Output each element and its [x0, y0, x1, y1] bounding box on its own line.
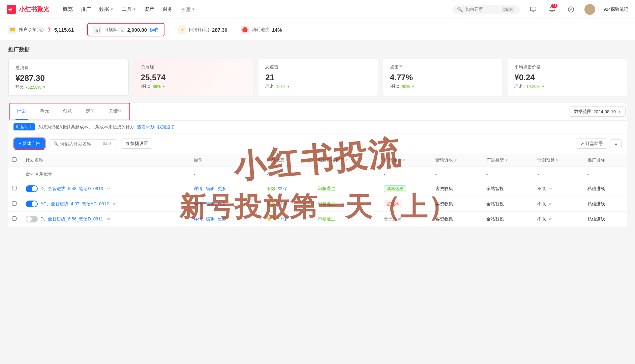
tabs-right-controls: 数据范围 2024-08-19 ▼: [570, 107, 626, 117]
balance-help-icon[interactable]: ❓: [47, 27, 52, 32]
th-budget-label: 计划预算: [537, 157, 555, 163]
quick-settings-btn[interactable]: ⊞ 快捷设置: [121, 139, 152, 149]
audit-filter-icon[interactable]: ▼: [345, 158, 349, 162]
row3-target: 私信进线: [587, 216, 605, 221]
tab-targeting[interactable]: 定向: [84, 103, 96, 120]
status-filter-icon[interactable]: ▼: [285, 158, 289, 162]
alert-dismiss-link[interactable]: 我知道了: [157, 124, 175, 130]
app-logo[interactable]: ✳ 小红书聚光: [7, 5, 49, 14]
row1-more-link[interactable]: 更多: [218, 186, 226, 191]
global-search-box[interactable]: 🔍 Ctrl K: [452, 5, 520, 14]
row3-edit-icon[interactable]: ✏: [107, 217, 111, 221]
select-all-checkbox[interactable]: [12, 157, 17, 162]
row2-detail-link[interactable]: 详情: [194, 201, 203, 206]
user-avatar[interactable]: [584, 4, 595, 15]
row3-toggle[interactable]: [26, 216, 38, 222]
stat-card-cost-title: 总消费: [16, 65, 121, 71]
academy-dropdown-icon: ▼: [192, 7, 195, 11]
row1-dashboard-badge: 成本达成: [384, 185, 406, 192]
row3-budget-edit-icon[interactable]: ✏: [549, 217, 552, 221]
row3-checkbox-cell: [8, 212, 22, 227]
filter-icon: ≡: [614, 141, 617, 146]
row2-more-link[interactable]: 更多: [218, 201, 226, 206]
th-audit: 创意审核状态 ▼: [314, 154, 380, 167]
search-shortcut-badge: Ctrl K: [502, 7, 514, 12]
row2-actions-cell: 详情 编辑 更多: [190, 196, 263, 212]
nav-academy[interactable]: 学堂 ▼: [181, 5, 195, 14]
row1-target: 私信进线: [587, 186, 605, 191]
alert-view-plan-link[interactable]: 查看计划: [137, 124, 155, 130]
table-row: D、全智进线_5.48_笔记D_0813 ✏ 详情 编辑 更多 有效 🛡 保: [8, 181, 627, 196]
tabs-outline-box: 计划 单元 创意 定向 关键词: [9, 103, 130, 120]
row3-plan-name[interactable]: D、全智进线_6.56_笔记D_0811: [40, 216, 103, 222]
impressions-compare-arrow: ▼: [162, 85, 165, 88]
row1-edit-link[interactable]: 编辑: [206, 186, 215, 191]
budget-sort-icon[interactable]: ⇅: [556, 158, 558, 162]
create-ad-btn[interactable]: + 新建广告: [14, 138, 45, 149]
row1-edit-icon[interactable]: ✏: [107, 186, 111, 191]
date-range-btn[interactable]: 数据范围 2024-08-19 ▼: [570, 107, 626, 117]
campaigns-table: 计划名称 操作 计划状态 ▼ 创意审核状态: [8, 154, 627, 227]
column-filter-btn[interactable]: ≡: [610, 139, 622, 148]
row3-ad-type: 全站智投: [486, 216, 504, 221]
stats-row: 总消费 ¥287.30 环比: -82.56% ▼ 总展现 25,574 环比:…: [8, 59, 627, 96]
stat-card-cost-compare: 环比: -82.56% ▼: [16, 84, 121, 90]
row2-budget-edit-icon[interactable]: ✏: [549, 202, 552, 206]
row3-checkbox[interactable]: [12, 216, 17, 221]
currency-icon-btn[interactable]: ¥: [566, 4, 576, 15]
row1-shield-badge: 🛡 保: [278, 186, 287, 192]
clicks-compare-arrow: ▼: [287, 85, 290, 88]
nav-data[interactable]: 数据 ▼: [99, 5, 114, 14]
row1-toggle[interactable]: [26, 185, 38, 192]
row2-toggle-circle: [32, 201, 37, 207]
dashboard-filter-icon[interactable]: ▼: [402, 158, 406, 162]
notification-btn[interactable]: 24: [547, 4, 557, 15]
quick-settings-label: 快捷设置: [130, 141, 148, 147]
tab-plan[interactable]: 计划: [16, 103, 28, 120]
modify-budget-btn[interactable]: 修改: [150, 27, 158, 33]
date-range-expand-icon: ▼: [618, 110, 621, 114]
row1-plan-name[interactable]: D、全智进线_5.48_笔记D_0813: [40, 186, 103, 192]
tab-keywords[interactable]: 关键词: [107, 103, 124, 120]
row1-name-cell: D、全智进线_5.48_笔记D_0813 ✏: [22, 181, 190, 196]
plan-search-box[interactable]: 🔍 0/50: [50, 139, 117, 148]
tabs-section: 计划 单元 创意 定向 关键词 数据范围 2024-08-19 ▼ 盯盘助手 系…: [8, 103, 627, 227]
row1-budget-cell: 不限 ✏: [533, 181, 583, 196]
dashboard-helper-btn[interactable]: ↗ 盯盘助手: [576, 139, 607, 149]
row1-budget-edit-icon[interactable]: ✏: [549, 186, 552, 191]
nav-assets[interactable]: 资产: [144, 5, 154, 14]
row1-detail-link[interactable]: 详情: [194, 186, 203, 191]
tab-creative[interactable]: 创意: [61, 103, 73, 120]
th-actions: 操作: [190, 154, 263, 167]
row1-budget: 不限: [537, 186, 546, 191]
tab-unit[interactable]: 单元: [38, 103, 51, 120]
adtype-filter-icon[interactable]: ▼: [505, 158, 508, 162]
stat-card-ctr-compare: 环比: -90% ▼: [390, 84, 496, 89]
row2-edit-icon[interactable]: ✏: [113, 202, 116, 206]
monitor-icon-btn[interactable]: [528, 4, 539, 15]
th-ad-type: 广告类型 ▼: [482, 154, 533, 167]
daily-budget-box: 📊 日预算(元) 2,000.00 修改: [87, 23, 164, 36]
row2-checkbox[interactable]: [12, 201, 17, 206]
appeal-filter-icon[interactable]: ▼: [454, 158, 457, 162]
table-header-row: 计划名称 操作 计划状态 ▼ 创意审核状态: [8, 154, 627, 167]
row3-edit-link[interactable]: 编辑: [206, 216, 215, 221]
row2-plan-name[interactable]: AC、全智进线_4.07_笔记AC_0812: [40, 201, 109, 207]
alert-bar: 盯盘助手 系统为您检测出1条超成本、1条成本未达成的计划 查看计划 我知道了: [8, 120, 627, 133]
stat-card-clicks: 总点击 21 环比: -90% ▼: [259, 59, 378, 96]
row2-edit-link[interactable]: 编辑: [206, 201, 215, 206]
global-search-input[interactable]: [465, 7, 499, 12]
row1-checkbox[interactable]: [12, 186, 17, 190]
plan-search-input[interactable]: [60, 141, 101, 146]
nav-promote[interactable]: 推广: [81, 5, 91, 14]
nav-tools[interactable]: 工具 ▼: [122, 5, 136, 14]
plan-search-char-count: 0/50: [103, 141, 111, 146]
row3-more-link[interactable]: 更多: [218, 216, 226, 221]
stat-card-cost: 总消费 ¥287.30 环比: -82.56% ▼: [8, 59, 129, 96]
row3-status: 暂停: [267, 216, 276, 221]
row2-toggle[interactable]: [26, 201, 38, 207]
app-name: 小红书聚光: [19, 5, 49, 13]
row3-detail-link[interactable]: 详情: [194, 216, 203, 221]
nav-finance[interactable]: 财务: [162, 5, 173, 14]
nav-overview[interactable]: 概览: [63, 5, 73, 14]
